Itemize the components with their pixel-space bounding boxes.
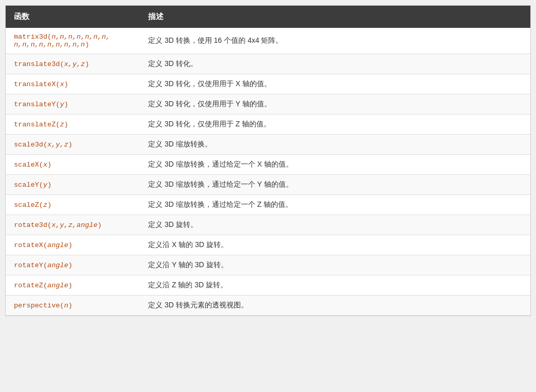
desc-cell: 定义 3D 缩放转换，通过给定一个 Z 轴的值。 (140, 195, 530, 215)
desc-cell: 定义沿 Y 轴的 3D 旋转。 (140, 255, 530, 275)
desc-cell: 定义 3D 转化，仅使用用于 X 轴的值。 (140, 74, 530, 94)
func-cell: scaleY(y) (6, 175, 140, 195)
table-row: translateX(x)定义 3D 转化，仅使用用于 X 轴的值。 (6, 74, 530, 94)
func-cell: perspective(n) (6, 296, 140, 316)
func-cell: translateY(y) (6, 94, 140, 115)
desc-cell: 定义 3D 旋转。 (140, 215, 530, 235)
table-row: scaleZ(z)定义 3D 缩放转换，通过给定一个 Z 轴的值。 (6, 195, 530, 215)
table-row: rotateX(angle)定义沿 X 轴的 3D 旋转。 (6, 235, 530, 255)
table-row: perspective(n)定义 3D 转换元素的透视视图。 (6, 296, 530, 316)
desc-cell: 定义 3D 转化，仅使用用于 Z 轴的值。 (140, 115, 530, 135)
func-cell: matrix3d(n,n,n,n,n,n,n,n,n,n,n,n,n,n,n,n… (6, 28, 140, 54)
col-header-func: 函数 (6, 6, 140, 28)
desc-cell: 定义沿 X 轴的 3D 旋转。 (140, 235, 530, 255)
func-cell: scale3d(x,y,z) (6, 135, 140, 155)
table-row: scaleY(y)定义 3D 缩放转换，通过给定一个 Y 轴的值。 (6, 175, 530, 195)
table-row: matrix3d(n,n,n,n,n,n,n,n,n,n,n,n,n,n,n,n… (6, 28, 530, 54)
func-cell: scaleZ(z) (6, 195, 140, 215)
func-cell: rotateZ(angle) (6, 275, 140, 296)
desc-cell: 定义 3D 转换元素的透视视图。 (140, 296, 530, 316)
table-row: scale3d(x,y,z)定义 3D 缩放转换。 (6, 135, 530, 155)
table-row: rotate3d(x,y,z,angle)定义 3D 旋转。 (6, 215, 530, 235)
table-container: 函数 描述 matrix3d(n,n,n,n,n,n,n,n,n,n,n,n,n… (5, 5, 531, 316)
desc-cell: 定义 3D 转化。 (140, 54, 530, 74)
func-cell: translateX(x) (6, 74, 140, 94)
col-header-desc: 描述 (140, 6, 530, 28)
table-row: scaleX(x)定义 3D 缩放转换，通过给定一个 X 轴的值。 (6, 155, 530, 175)
func-cell: translateZ(z) (6, 115, 140, 135)
table-row: translateY(y)定义 3D 转化，仅使用用于 Y 轴的值。 (6, 94, 530, 115)
desc-cell: 定义 3D 缩放转换，通过给定一个 X 轴的值。 (140, 155, 530, 175)
desc-cell: 定义 3D 缩放转换，通过给定一个 Y 轴的值。 (140, 175, 530, 195)
func-cell: rotateX(angle) (6, 235, 140, 255)
table-row: rotateY(angle)定义沿 Y 轴的 3D 旋转。 (6, 255, 530, 275)
func-cell: rotateY(angle) (6, 255, 140, 275)
table-header-row: 函数 描述 (6, 6, 530, 28)
desc-cell: 定义沿 Z 轴的 3D 旋转。 (140, 275, 530, 296)
table-row: translateZ(z)定义 3D 转化，仅使用用于 Z 轴的值。 (6, 115, 530, 135)
func-cell: rotate3d(x,y,z,angle) (6, 215, 140, 235)
table-row: translate3d(x,y,z)定义 3D 转化。 (6, 54, 530, 74)
func-cell: translate3d(x,y,z) (6, 54, 140, 74)
desc-cell: 定义 3D 转化，仅使用用于 Y 轴的值。 (140, 94, 530, 115)
desc-cell: 定义 3D 转换，使用 16 个值的 4x4 矩阵。 (140, 28, 530, 54)
css3d-functions-table: 函数 描述 matrix3d(n,n,n,n,n,n,n,n,n,n,n,n,n… (6, 6, 530, 316)
func-cell: scaleX(x) (6, 155, 140, 175)
table-row: rotateZ(angle)定义沿 Z 轴的 3D 旋转。 (6, 275, 530, 296)
desc-cell: 定义 3D 缩放转换。 (140, 135, 530, 155)
